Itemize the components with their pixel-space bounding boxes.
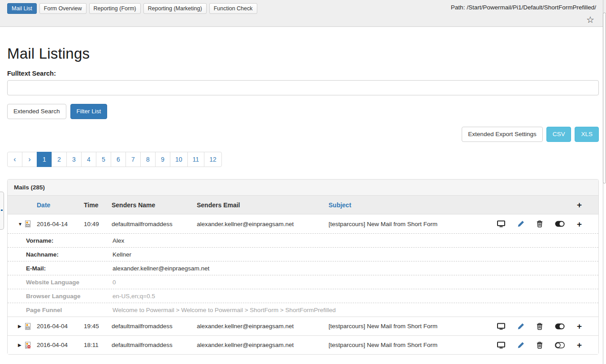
detail-label: Page Funnel	[26, 307, 113, 313]
detail-row-browser-language: Browser Language en-US,en;q=0.5	[8, 289, 598, 303]
view-mail-icon[interactable]	[497, 220, 505, 227]
mail-senders-name: defaultmailfromaddess	[112, 342, 197, 348]
column-header-senders-name: Senders Name	[112, 201, 197, 209]
search-actions: Extended Search Filter List	[7, 104, 599, 119]
tab-function-check[interactable]: Function Check	[209, 3, 257, 14]
pagination-page-6[interactable]: 6	[111, 152, 126, 167]
edit-mail-icon[interactable]	[517, 220, 524, 227]
page-path: Path: /Start/Powermail/Pi1/Default/Short…	[451, 4, 596, 11]
table-row: ▶ 2016-04-04 18:11 defaultmailfromaddess…	[8, 335, 598, 354]
page-title: Mail Listings	[7, 45, 599, 62]
pagination-page-9[interactable]: 9	[155, 152, 170, 167]
filter-list-button[interactable]: Filter List	[70, 104, 108, 119]
mail-record-icon[interactable]	[24, 220, 37, 227]
mail-senders-email: alexander.kellner@einpraegsam.net	[197, 342, 329, 348]
fulltext-search-input[interactable]	[7, 80, 599, 95]
column-header-subject[interactable]: Subject	[329, 201, 491, 209]
detail-label: Nachname:	[26, 251, 113, 258]
export-actions: Extended Export Settings CSV XLS	[7, 127, 599, 142]
mails-table-header: Date Time Senders Name Senders Email Sub…	[8, 196, 598, 214]
table-row: ▼ 2016-04-14 10:49 defaultmailfromaddess…	[8, 214, 598, 233]
pagination-page-2[interactable]: 2	[52, 152, 67, 167]
scrollbar-thumb[interactable]	[603, 13, 606, 184]
pagination-next[interactable]: ›	[22, 152, 37, 167]
hide-toggle-on-icon[interactable]	[555, 221, 565, 227]
pagination-page-1[interactable]: 1	[37, 152, 52, 167]
detail-label: Browser Language	[26, 293, 113, 300]
mail-senders-name: defaultmailfromaddess	[112, 221, 197, 227]
edit-mail-icon[interactable]	[517, 342, 524, 349]
detail-value: Kellner	[113, 251, 598, 258]
add-icon[interactable]: +	[577, 341, 582, 349]
add-icon[interactable]: +	[577, 220, 582, 228]
hide-toggle-on-icon[interactable]	[555, 323, 565, 330]
mails-panel: Mails (285) Date Time Senders Name Sende…	[7, 179, 599, 355]
pagination-page-4[interactable]: 4	[81, 152, 96, 167]
caret-down-icon[interactable]: ▼	[15, 222, 24, 227]
pagination-page-8[interactable]: 8	[140, 152, 156, 167]
detail-value: Alex	[113, 237, 598, 244]
tab-mail-list[interactable]: Mail List	[7, 3, 37, 14]
mail-time: 19:45	[84, 323, 112, 330]
delete-mail-icon[interactable]	[537, 342, 543, 349]
fulltext-search-label: Fulltext Search:	[7, 70, 599, 77]
pagination-page-7[interactable]: 7	[126, 152, 141, 167]
export-xls-button[interactable]: XLS	[575, 127, 599, 142]
mail-record-icon[interactable]	[24, 323, 37, 330]
delete-mail-icon[interactable]	[537, 323, 543, 330]
detail-row-email: E-Mail: alexander.kellner@einpraegsam.ne…	[8, 261, 598, 275]
pagination-page-5[interactable]: 5	[96, 152, 111, 167]
table-row: ▶ 2016-04-04 19:45 defaultmailfromaddess…	[8, 317, 598, 335]
module-topbar: Mail List Form Overview Reporting (Form)…	[0, 0, 606, 27]
add-column-icon[interactable]: +	[577, 201, 582, 209]
pagination-prev[interactable]: ‹	[7, 152, 22, 167]
mail-subject: [testparcours] New Mail from Short Form	[329, 342, 491, 348]
column-header-senders-email: Senders Email	[197, 201, 329, 209]
detail-value: alexander.kellner@einpraegsam.net	[113, 265, 598, 272]
mails-panel-title: Mails (285)	[8, 180, 598, 196]
add-icon[interactable]: +	[577, 322, 582, 330]
detail-value: 0	[113, 279, 598, 286]
mail-time: 18:11	[84, 342, 112, 348]
detail-row-vorname: Vorname: Alex	[8, 233, 598, 247]
mail-time: 10:49	[84, 221, 112, 227]
bookmark-star-icon[interactable]: ☆	[586, 15, 594, 24]
delete-mail-icon[interactable]	[537, 220, 543, 227]
pagination-page-12[interactable]: 12	[204, 152, 222, 167]
mail-senders-email: alexander.kellner@einpraegsam.net	[197, 221, 329, 227]
mail-senders-email: alexander.kellner@einpraegsam.net	[197, 323, 329, 330]
caret-right-icon[interactable]: ▶	[15, 324, 24, 329]
tab-reporting-marketing[interactable]: Reporting (Marketing)	[143, 3, 207, 14]
detail-value: en-US,en;q=0.5	[113, 293, 598, 300]
pagination-page-3[interactable]: 3	[66, 152, 82, 167]
view-mail-icon[interactable]	[497, 342, 505, 349]
pagination-page-10[interactable]: 10	[170, 152, 188, 167]
detail-label: E-Mail:	[26, 265, 113, 272]
caret-right-icon[interactable]: ▶	[15, 343, 24, 347]
extended-export-settings-button[interactable]: Extended Export Settings	[462, 127, 542, 142]
detail-row-page-funnel: Page Funnel Welcome to Powermail > Welco…	[8, 303, 598, 317]
detail-label: Website Language	[26, 279, 113, 286]
detail-value: Welcome to Powermail > Welcome to Powerm…	[113, 307, 598, 313]
pagination-page-11[interactable]: 11	[187, 152, 205, 167]
edit-mail-icon[interactable]	[517, 323, 524, 330]
mail-date: 2016-04-04	[37, 342, 84, 348]
detail-label: Vorname:	[26, 237, 113, 244]
hide-toggle-off-icon[interactable]	[555, 342, 565, 348]
module-content: Mail Listings Fulltext Search: Extended …	[0, 45, 606, 355]
tab-reporting-form[interactable]: Reporting (Form)	[89, 3, 141, 14]
column-header-time: Time	[84, 201, 112, 209]
column-header-date[interactable]: Date	[37, 201, 84, 209]
detail-row-website-language: Website Language 0	[8, 275, 598, 289]
export-csv-button[interactable]: CSV	[546, 127, 571, 142]
mail-date: 2016-04-04	[37, 323, 84, 330]
view-mail-icon[interactable]	[497, 323, 505, 330]
extended-search-button[interactable]: Extended Search	[7, 104, 66, 119]
sidebar-collapse-handle[interactable]	[0, 192, 4, 230]
tab-form-overview[interactable]: Form Overview	[39, 3, 87, 14]
mail-subject: [testparcours] New Mail from Short Form	[329, 221, 491, 227]
mail-date: 2016-04-14	[37, 221, 84, 227]
detail-row-nachname: Nachname: Kellner	[8, 247, 598, 261]
mail-senders-name: defaultmailfromaddess	[112, 323, 197, 330]
mail-record-hidden-icon[interactable]	[24, 342, 37, 349]
